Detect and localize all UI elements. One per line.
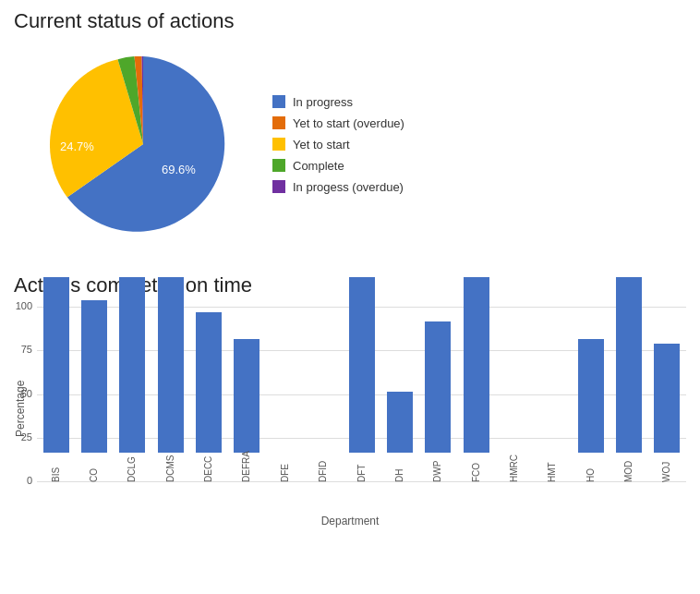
- bar-label-defra: DEFRA: [242, 456, 251, 482]
- pie-label-in-progress: 69.6%: [162, 163, 196, 176]
- legend-color-yet-to-start-overdue: [272, 116, 285, 129]
- legend-color-in-progress: [272, 95, 285, 108]
- legend-label-complete: Complete: [293, 159, 344, 173]
- bar-mod: [616, 277, 642, 453]
- bar-label-hmt: HMT: [548, 456, 557, 482]
- bar-group-woj: WOJ: [650, 344, 684, 482]
- bar-group-dcms: DCMS: [153, 277, 187, 482]
- bar-dcms: [158, 277, 184, 453]
- bar-dft: [349, 277, 375, 453]
- bar-section: Percentage 100 75 50 25 0: [14, 307, 686, 527]
- pie-chart-title: Current status of actions: [14, 9, 686, 33]
- bar-label-woj: WOJ: [662, 456, 671, 482]
- bar-group-dfe: DFE: [268, 453, 302, 482]
- bar-woj: [654, 344, 680, 453]
- bar-label-co: CO: [90, 456, 99, 482]
- bar-label-dcms: DCMS: [166, 456, 175, 482]
- bar-dclg: [119, 277, 145, 453]
- legend-item-yet-to-start: Yet to start: [272, 138, 404, 152]
- bar-group-ho: HO: [573, 339, 608, 483]
- bar-group-mod: MOD: [611, 277, 646, 482]
- bar-group-fco: FCO: [459, 277, 493, 482]
- legend-item-complete: Complete: [272, 159, 404, 173]
- bar-group-dwp: DWP: [421, 321, 455, 483]
- bar-fco: [464, 277, 489, 453]
- legend-label-yet-to-start: Yet to start: [293, 138, 350, 152]
- bar-group-dfid: DFID: [307, 453, 341, 482]
- bar-label-mod: MOD: [624, 456, 634, 482]
- x-axis-title: Department: [14, 515, 686, 527]
- legend-label-in-progress: In progress: [293, 95, 353, 109]
- bar-label-dft: DFT: [357, 456, 367, 482]
- bar-label-bis: BIS: [52, 456, 61, 482]
- pie-label-yet-to-start: 24.7%: [60, 139, 94, 153]
- bars-row: BISCODCLGDCMSDECCDEFRADFEDFIDDFTDHDWPFCO…: [37, 307, 686, 510]
- bar-defra: [234, 339, 259, 454]
- bar-label-dh: DH: [395, 456, 404, 482]
- bar-group-decc: DECC: [191, 312, 225, 482]
- bar-label-dclg: DCLG: [127, 456, 137, 482]
- bar-group-hmt: HMT: [536, 453, 570, 482]
- bar-group-defra: DEFRA: [230, 339, 264, 483]
- bar-dwp: [425, 321, 451, 454]
- bar-label-hmrc: HMRC: [510, 456, 519, 482]
- bar-label-fco: FCO: [472, 456, 481, 482]
- bar-label-dfid: DFID: [319, 456, 328, 482]
- legend-item-in-progress: In progress: [272, 95, 404, 109]
- bar-group-dft: DFT: [344, 277, 379, 482]
- bar-group-dclg: DCLG: [115, 277, 150, 482]
- pie-section: 69.6% 24.7% In progress Yet to start (ov…: [14, 42, 686, 246]
- legend-label-yet-to-start-overdue: Yet to start (overdue): [293, 116, 404, 130]
- legend-color-in-progress-overdue: [272, 180, 285, 193]
- pie-chart: 69.6% 24.7%: [42, 42, 245, 246]
- bar-group-dh: DH: [382, 392, 416, 483]
- pie-legend: In progress Yet to start (overdue) Yet t…: [272, 95, 404, 194]
- bar-label-ho: HO: [586, 456, 596, 482]
- chart-wrapper: Percentage 100 75 50 25 0: [14, 307, 686, 510]
- legend-label-in-progress-overdue: In progess (overdue): [293, 180, 404, 194]
- legend-item-yet-to-start-overdue: Yet to start (overdue): [272, 116, 404, 130]
- bar-label-decc: DECC: [204, 456, 213, 482]
- legend-color-complete: [272, 159, 285, 172]
- bar-group-bis: BIS: [39, 277, 73, 482]
- bar-decc: [196, 312, 222, 453]
- bar-label-dwp: DWP: [433, 456, 442, 482]
- y-axis-label: Percentage: [14, 307, 32, 510]
- bar-label-dfe: DFE: [281, 456, 290, 482]
- bar-co: [81, 300, 107, 453]
- legend-color-yet-to-start: [272, 138, 285, 151]
- bar-ho: [578, 339, 604, 454]
- bar-bis: [43, 277, 69, 453]
- bar-group-co: CO: [77, 300, 111, 482]
- legend-item-in-progress-overdue: In progess (overdue): [272, 180, 404, 194]
- bar-group-hmrc: HMRC: [497, 453, 531, 482]
- bar-dh: [387, 392, 413, 454]
- chart-inner: 100 75 50 25 0 BISCODCLGDCMSDECCDEFRADFE…: [37, 307, 686, 510]
